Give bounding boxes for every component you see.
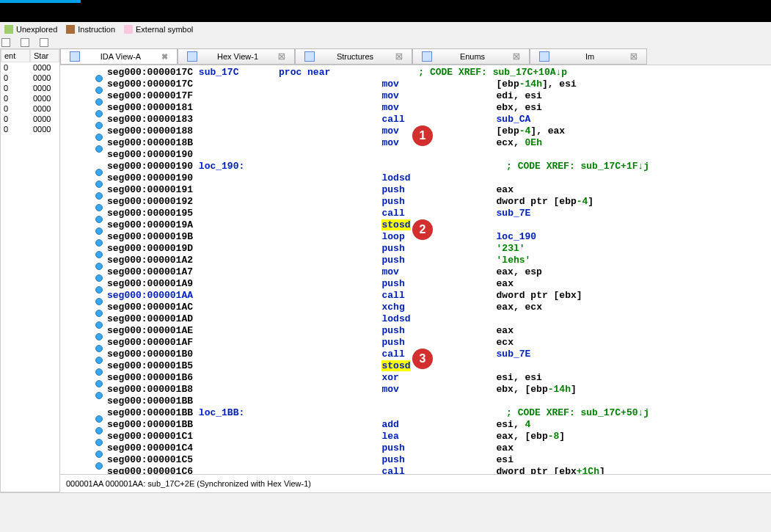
breakpoint-dot[interactable] xyxy=(95,357,103,364)
functions-row[interactable]: 00000 xyxy=(1,83,59,93)
disasm-line[interactable]: seg000:000001C6 call dword ptr [ebx+1Ch] xyxy=(60,466,771,474)
functions-row[interactable]: 00000 xyxy=(1,124,59,134)
functions-row[interactable]: 00000 xyxy=(1,73,59,83)
tab-bar: IDA View-A✖Hex View-1☒Structures☒Enums☒I… xyxy=(60,48,771,65)
structures-icon xyxy=(304,51,315,62)
disasm-line[interactable]: seg000:00000183 call sub_CA xyxy=(60,114,771,125)
tab-ida-view-a[interactable]: IDA View-A✖ xyxy=(60,48,178,65)
breakpoint-dot[interactable] xyxy=(95,216,103,223)
legend-bar: Unexplored Instruction External symbol xyxy=(0,22,771,37)
disasm-line[interactable]: seg000:0000017F mov edi, esi xyxy=(60,90,771,102)
breakpoint-dot[interactable] xyxy=(95,310,103,317)
disasm-line[interactable]: seg000:000001C5 push esi xyxy=(60,454,771,466)
tab-close-icon[interactable]: ☒ xyxy=(395,52,403,62)
disasm-line[interactable]: seg000:00000190 loc_190: ; CODE XREF: su… xyxy=(60,161,771,172)
disasm-line[interactable]: seg000:000001AD lodsd xyxy=(60,313,771,325)
breakpoint-dot[interactable] xyxy=(95,263,103,270)
unexplored-label: Unexplored xyxy=(16,25,57,34)
breakpoint-dot[interactable] xyxy=(95,87,103,94)
tab-structures[interactable]: Structures☒ xyxy=(295,48,412,65)
disasm-line[interactable]: seg000:00000195 call sub_7E xyxy=(60,208,771,219)
tab-label: Hex View-1 xyxy=(202,52,274,61)
breakpoint-dot[interactable] xyxy=(95,204,103,211)
disasm-line[interactable]: seg000:0000017C mov [ebp-14h], esi xyxy=(60,79,771,90)
disasm-line[interactable]: seg000:000001BB add esi, 4 xyxy=(60,419,771,431)
panel-min-btn[interactable] xyxy=(1,38,10,47)
breakpoint-dot[interactable] xyxy=(95,274,103,282)
disasm-line[interactable]: seg000:000001A9 push eax xyxy=(60,278,771,290)
disasm-line[interactable]: seg000:00000191 push eax xyxy=(60,184,771,196)
ida-view-icon xyxy=(70,51,80,62)
breakpoint-dot[interactable] xyxy=(95,181,103,188)
functions-row[interactable]: 00000 xyxy=(1,62,59,73)
breakpoint-dot[interactable] xyxy=(95,251,103,258)
disasm-line[interactable]: seg000:000001BB loc_1BB: ; CODE XREF: su… xyxy=(60,407,771,419)
disasm-line[interactable]: seg000:0000017C sub_17C proc near; CODE … xyxy=(60,67,771,79)
disasm-line[interactable]: seg000:00000181 mov ebx, esi xyxy=(60,102,771,114)
instruction-label: Instruction xyxy=(78,25,115,34)
breakpoint-dot[interactable] xyxy=(95,321,103,329)
breakpoint-dot[interactable] xyxy=(95,368,103,376)
breakpoint-dot[interactable] xyxy=(95,286,103,294)
col-start[interactable]: Star xyxy=(30,49,59,62)
hex-view-icon xyxy=(187,51,197,62)
col-ent[interactable]: ent xyxy=(1,49,30,62)
tab-label: IDA View-A xyxy=(84,52,157,61)
breakpoint-dot[interactable] xyxy=(95,169,103,176)
tab-im[interactable]: Im☒ xyxy=(530,48,647,65)
breakpoint-dot[interactable] xyxy=(95,415,103,423)
breakpoint-dot[interactable] xyxy=(95,134,103,141)
breakpoint-dot[interactable] xyxy=(95,75,103,82)
disasm-line[interactable]: seg000:000001C4 push eax xyxy=(60,442,771,454)
disasm-line[interactable]: seg000:000001AE push eax xyxy=(60,325,771,337)
tab-label: Structures xyxy=(319,52,391,61)
tab-enums[interactable]: Enums☒ xyxy=(412,48,530,65)
disasm-line[interactable]: seg000:00000190 lodsd xyxy=(60,172,771,184)
tab-close-icon[interactable]: ✖ xyxy=(161,52,168,62)
disasm-line[interactable]: seg000:00000190 xyxy=(60,149,771,161)
disasm-line[interactable]: seg000:0000019D push '23l' xyxy=(60,243,771,255)
breakpoint-dot[interactable] xyxy=(95,392,103,399)
functions-row[interactable]: 00000 xyxy=(1,114,59,124)
breakpoint-dot[interactable] xyxy=(95,439,103,446)
breakpoint-dot[interactable] xyxy=(95,333,103,340)
breakpoint-dot[interactable] xyxy=(95,239,103,247)
breakpoint-dot[interactable] xyxy=(95,227,103,235)
disasm-line[interactable]: seg000:000001BB xyxy=(60,396,771,407)
unexplored-swatch xyxy=(4,25,13,34)
breakpoint-dot[interactable] xyxy=(95,192,103,200)
breakpoint-dot[interactable] xyxy=(95,462,103,470)
annotation-badge: 1 xyxy=(412,125,433,146)
breakpoint-dot[interactable] xyxy=(95,451,103,458)
breakpoint-dot[interactable] xyxy=(95,145,103,153)
enums-icon xyxy=(422,51,432,62)
disassembly-view[interactable]: seg000:0000017C sub_17C proc near; CODE … xyxy=(60,65,771,474)
disasm-line[interactable]: seg000:000001B6 xor esi, esi xyxy=(60,372,771,384)
disasm-line[interactable]: seg000:000001AC xchg eax, ecx xyxy=(60,302,771,313)
breakpoint-dot[interactable] xyxy=(95,122,103,129)
functions-pane[interactable]: ent Star 0000000000000000000000000000000… xyxy=(0,48,60,492)
disasm-line[interactable]: seg000:000001A2 push 'lehs' xyxy=(60,255,771,266)
breakpoint-dot[interactable] xyxy=(95,298,103,305)
breakpoint-dot[interactable] xyxy=(95,98,103,106)
disasm-line[interactable]: seg000:000001B8 mov ebx, [ebp-14h] xyxy=(60,384,771,396)
panel-max-btn[interactable] xyxy=(21,38,29,47)
disasm-line[interactable]: seg000:00000192 push dword ptr [ebp-4] xyxy=(60,196,771,208)
disasm-line[interactable]: seg000:000001AF push ecx xyxy=(60,337,771,349)
disasm-line[interactable]: seg000:000001AA call dword ptr [ebx] xyxy=(60,290,771,302)
functions-row[interactable]: 00000 xyxy=(1,93,59,103)
breakpoint-dot[interactable] xyxy=(95,345,103,352)
tab-label: Enums xyxy=(436,52,508,61)
annotation-badge: 2 xyxy=(412,219,433,240)
tab-hex-view-1[interactable]: Hex View-1☒ xyxy=(178,48,295,65)
disasm-line[interactable]: seg000:000001C1 lea eax, [ebp-8] xyxy=(60,431,771,442)
breakpoint-dot[interactable] xyxy=(95,427,103,434)
panel-close-btn[interactable] xyxy=(40,38,48,47)
tab-close-icon[interactable]: ☒ xyxy=(513,52,520,62)
tab-close-icon[interactable]: ☒ xyxy=(278,52,285,62)
breakpoint-dot[interactable] xyxy=(95,110,103,117)
breakpoint-dot[interactable] xyxy=(95,380,103,387)
disasm-line[interactable]: seg000:000001A7 mov eax, esp xyxy=(60,266,771,278)
functions-row[interactable]: 00000 xyxy=(1,103,59,114)
tab-close-icon[interactable]: ☒ xyxy=(630,52,637,62)
